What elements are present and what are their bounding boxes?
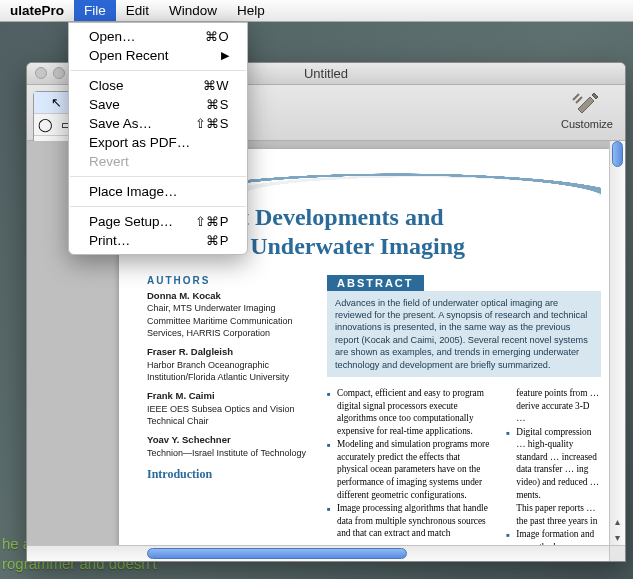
menu-separator bbox=[70, 176, 246, 177]
body-columns: Compact, efficient and easy to program d… bbox=[327, 387, 601, 545]
menu-separator bbox=[70, 70, 246, 71]
vscroll-thumb[interactable] bbox=[612, 141, 623, 167]
window-title: Untitled bbox=[304, 66, 348, 81]
scroll-up-arrow-icon[interactable]: ▴ bbox=[610, 513, 625, 529]
menu-open-recent[interactable]: Open Recent▶ bbox=[69, 46, 247, 65]
menu-separator bbox=[70, 206, 246, 207]
authors-section: AUTHORS Donna M. KocakChair, MTS Underwa… bbox=[147, 275, 317, 482]
menu-save-as[interactable]: Save As…⇧⌘S bbox=[69, 114, 247, 133]
scroll-down-arrow-icon[interactable]: ▾ bbox=[610, 529, 625, 545]
abstract-body: Advances in the field of underwater opti… bbox=[327, 291, 601, 378]
authors-heading: AUTHORS bbox=[147, 275, 317, 286]
customize-toolbar-button[interactable]: Customize bbox=[561, 89, 613, 130]
horizontal-scrollbar[interactable] bbox=[27, 545, 609, 561]
menu-window[interactable]: Window bbox=[159, 0, 227, 21]
customize-label: Customize bbox=[561, 118, 613, 130]
tool-oval[interactable]: ◯ bbox=[34, 114, 56, 136]
introduction-heading: Introduction bbox=[147, 467, 317, 482]
vertical-scrollbar[interactable]: ▴ ▾ bbox=[609, 141, 625, 545]
menu-page-setup[interactable]: Page Setup…⇧⌘P bbox=[69, 212, 247, 231]
file-menu-dropdown: Open…⌘O Open Recent▶ Close⌘W Save⌘S Save… bbox=[68, 22, 248, 255]
abstract-label: ABSTRACT bbox=[327, 275, 424, 291]
menu-open[interactable]: Open…⌘O bbox=[69, 27, 247, 46]
app-name[interactable]: ulatePro bbox=[0, 0, 74, 21]
customize-icon bbox=[570, 89, 604, 117]
menu-save[interactable]: Save⌘S bbox=[69, 95, 247, 114]
close-window-button[interactable] bbox=[35, 67, 47, 79]
menu-print[interactable]: Print…⌘P bbox=[69, 231, 247, 250]
body-col-2: feature points from … derive accurate 3-… bbox=[506, 387, 601, 545]
resize-corner[interactable] bbox=[609, 545, 625, 561]
menu-export-pdf[interactable]: Export as PDF… bbox=[69, 133, 247, 152]
system-menubar: ulatePro File Edit Window Help bbox=[0, 0, 633, 22]
menu-revert: Revert bbox=[69, 152, 247, 171]
menu-help[interactable]: Help bbox=[227, 0, 275, 21]
hscroll-thumb[interactable] bbox=[147, 548, 407, 559]
abstract-box: ABSTRACT Advances in the field of underw… bbox=[327, 275, 601, 378]
chevron-right-icon: ▶ bbox=[221, 49, 229, 62]
minimize-window-button[interactable] bbox=[53, 67, 65, 79]
menu-edit[interactable]: Edit bbox=[116, 0, 159, 21]
menu-file[interactable]: File bbox=[74, 0, 116, 21]
menu-close[interactable]: Close⌘W bbox=[69, 76, 247, 95]
menu-place-image[interactable]: Place Image… bbox=[69, 182, 247, 201]
body-col-1: Compact, efficient and easy to program d… bbox=[327, 387, 490, 545]
